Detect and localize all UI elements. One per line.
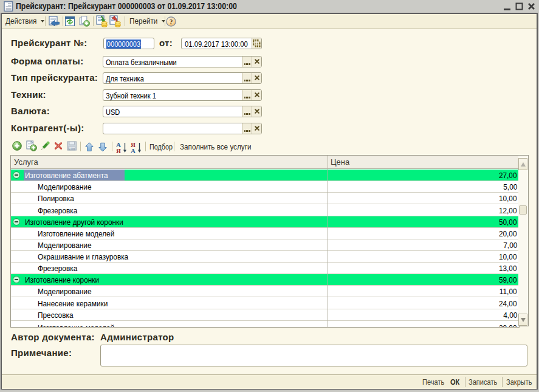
svg-text:ЕОК: ЕОК [69, 147, 76, 151]
svg-text:А: А [131, 147, 136, 154]
svg-text:?: ? [170, 18, 173, 26]
svg-text:Я: Я [116, 147, 121, 154]
